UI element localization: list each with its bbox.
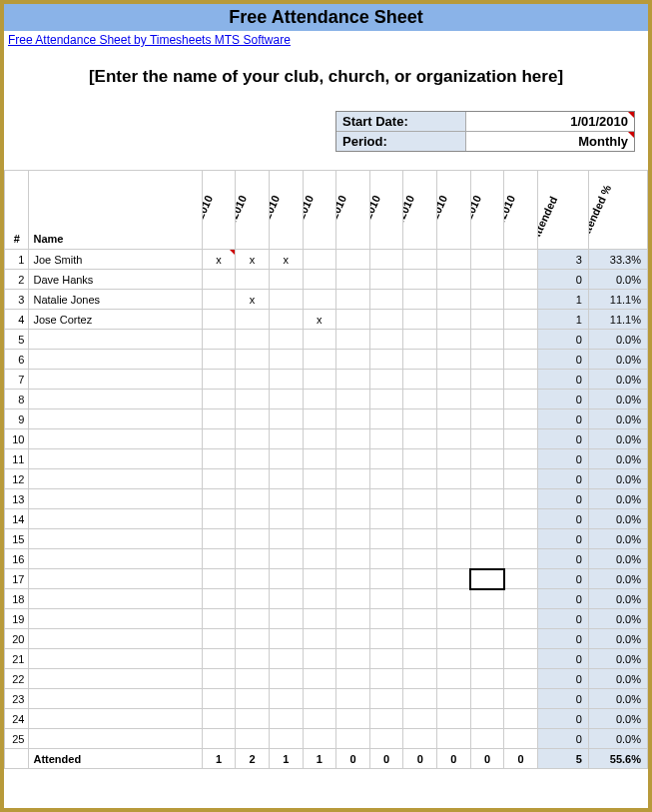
attendance-cell[interactable]	[403, 569, 437, 589]
attendance-cell[interactable]	[269, 270, 303, 290]
attendance-cell[interactable]	[470, 489, 504, 509]
attendance-cell[interactable]	[437, 549, 471, 569]
attendance-cell[interactable]	[504, 709, 538, 729]
attendance-cell[interactable]	[336, 729, 370, 749]
attendance-cell[interactable]	[202, 709, 236, 729]
attendance-cell[interactable]	[504, 390, 538, 409]
attendance-cell[interactable]	[504, 350, 538, 370]
attendance-cell[interactable]	[504, 549, 538, 569]
attendance-cell[interactable]	[403, 649, 437, 669]
name-cell[interactable]	[29, 529, 202, 549]
attendance-cell[interactable]	[470, 449, 504, 469]
attendance-cell[interactable]	[470, 250, 504, 270]
attendance-cell[interactable]	[336, 310, 370, 330]
attendance-cell[interactable]	[470, 689, 504, 709]
attendance-cell[interactable]	[369, 689, 403, 709]
attendance-cell[interactable]	[303, 429, 336, 449]
attendance-cell[interactable]	[403, 330, 437, 350]
attendance-cell[interactable]	[202, 429, 236, 449]
attendance-cell[interactable]	[269, 290, 303, 310]
attendance-cell[interactable]	[202, 629, 236, 649]
attendance-cell[interactable]	[403, 250, 437, 270]
attendance-cell[interactable]	[269, 549, 303, 569]
attendance-cell[interactable]	[236, 529, 270, 549]
attendance-cell[interactable]	[336, 589, 370, 609]
name-cell[interactable]: Natalie Jones	[29, 290, 202, 310]
attendance-cell[interactable]	[437, 589, 471, 609]
attendance-cell[interactable]	[403, 290, 437, 310]
attendance-cell[interactable]	[369, 409, 403, 429]
name-cell[interactable]	[29, 689, 202, 709]
attendance-cell[interactable]	[437, 469, 471, 489]
attendance-cell[interactable]	[236, 649, 270, 669]
attendance-cell[interactable]	[236, 270, 270, 290]
name-cell[interactable]: Jose Cortez	[29, 310, 202, 330]
attendance-cell[interactable]	[504, 669, 538, 689]
attendance-cell[interactable]	[470, 310, 504, 330]
attendance-cell[interactable]	[269, 449, 303, 469]
attendance-cell[interactable]	[303, 649, 336, 669]
attendance-cell[interactable]	[269, 350, 303, 370]
attendance-cell[interactable]	[504, 370, 538, 390]
attendance-cell[interactable]	[437, 489, 471, 509]
attendance-cell[interactable]	[403, 429, 437, 449]
attendance-cell[interactable]	[403, 669, 437, 689]
attendance-cell[interactable]	[369, 649, 403, 669]
attendance-cell[interactable]	[269, 569, 303, 589]
attendance-cell[interactable]	[236, 669, 270, 689]
attendance-cell[interactable]	[202, 609, 236, 629]
attendance-cell[interactable]	[504, 729, 538, 749]
name-cell[interactable]	[29, 489, 202, 509]
attendance-cell[interactable]	[437, 729, 471, 749]
attendance-cell[interactable]	[336, 649, 370, 669]
attendance-cell[interactable]	[202, 669, 236, 689]
period-value[interactable]: Monthly	[466, 132, 634, 151]
attendance-cell[interactable]	[303, 609, 336, 629]
attendance-cell[interactable]	[202, 549, 236, 569]
attendance-cell[interactable]	[303, 469, 336, 489]
attendance-cell[interactable]	[504, 429, 538, 449]
attendance-cell[interactable]	[403, 629, 437, 649]
attendance-cell[interactable]	[202, 569, 236, 589]
attendance-cell[interactable]	[269, 709, 303, 729]
attendance-cell[interactable]	[504, 310, 538, 330]
attendance-cell[interactable]	[369, 629, 403, 649]
attendance-cell[interactable]	[303, 509, 336, 529]
attendance-cell[interactable]	[236, 689, 270, 709]
attendance-cell[interactable]	[202, 689, 236, 709]
attendance-cell[interactable]	[403, 310, 437, 330]
attendance-cell[interactable]	[202, 509, 236, 529]
attendance-cell[interactable]	[236, 390, 270, 409]
attendance-cell[interactable]	[437, 409, 471, 429]
attendance-cell[interactable]	[236, 449, 270, 469]
org-name-placeholder[interactable]: [Enter the name of your club, church, or…	[4, 49, 648, 111]
attendance-cell[interactable]	[369, 270, 403, 290]
attendance-cell[interactable]	[303, 270, 336, 290]
attendance-cell[interactable]	[269, 330, 303, 350]
attendance-cell[interactable]	[336, 669, 370, 689]
attendance-cell[interactable]	[504, 589, 538, 609]
attendance-cell[interactable]	[336, 429, 370, 449]
attendance-cell[interactable]	[236, 729, 270, 749]
attendance-cell[interactable]	[336, 390, 370, 409]
attendance-cell[interactable]	[269, 390, 303, 409]
attendance-cell[interactable]	[202, 729, 236, 749]
attendance-cell[interactable]	[336, 529, 370, 549]
name-cell[interactable]: Joe Smith	[29, 250, 202, 270]
attendance-cell[interactable]	[202, 390, 236, 409]
attendance-cell[interactable]	[369, 370, 403, 390]
name-cell[interactable]	[29, 390, 202, 409]
attendance-cell[interactable]	[369, 569, 403, 589]
name-cell[interactable]	[29, 649, 202, 669]
attendance-cell[interactable]	[236, 509, 270, 529]
attendance-cell[interactable]	[470, 509, 504, 529]
attendance-cell[interactable]	[470, 390, 504, 409]
attendance-cell[interactable]	[403, 609, 437, 629]
attendance-cell[interactable]	[269, 669, 303, 689]
attendance-cell[interactable]	[437, 390, 471, 409]
attendance-cell[interactable]	[504, 330, 538, 350]
attendance-cell[interactable]	[236, 429, 270, 449]
attendance-cell[interactable]	[303, 449, 336, 469]
attendance-cell[interactable]	[437, 629, 471, 649]
attendance-cell[interactable]	[303, 290, 336, 310]
